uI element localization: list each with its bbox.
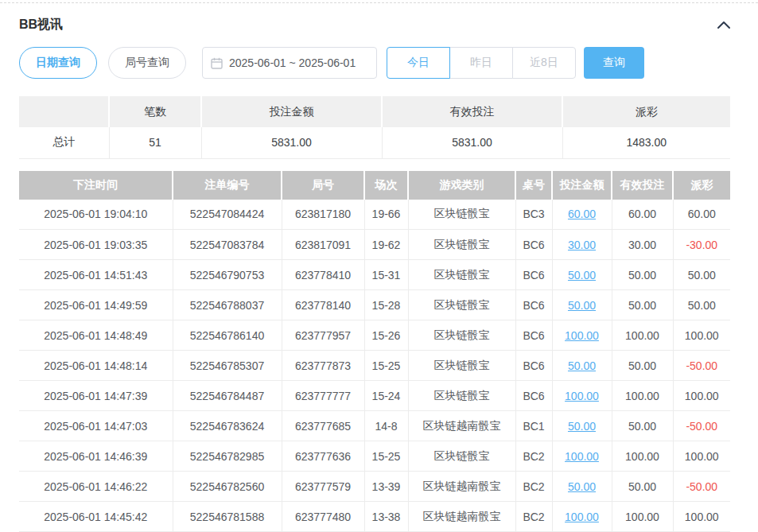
- query-button[interactable]: 查询: [584, 47, 644, 79]
- order-id-cell: 522546788037: [173, 290, 282, 320]
- order-id-cell: 522546782560: [173, 472, 282, 502]
- col-header-bet-amount: 投注金额: [552, 171, 612, 200]
- payout-cell: 100.00: [673, 441, 730, 472]
- table-id-cell: BC6: [515, 260, 552, 290]
- valid-bet-cell: 100.00: [612, 441, 673, 472]
- quick-range-yesterday[interactable]: 昨日: [449, 47, 513, 79]
- game-type-cell: 区块链骰宝: [408, 260, 515, 290]
- valid-bet-cell: 30.00: [612, 230, 673, 260]
- table-row: 2025-06-01 19:04:10522547084424623817180…: [19, 200, 730, 230]
- summary-total-bet-amount: 5831.00: [201, 127, 382, 158]
- col-header-payout: 派彩: [673, 171, 730, 200]
- bet-amount-cell: 50.00: [552, 411, 612, 441]
- session-cell: 19-62: [364, 230, 408, 260]
- summary-total-label: 总计: [19, 127, 109, 158]
- valid-bet-cell: 100.00: [612, 381, 673, 411]
- summary-header-bet-amount: 投注金额: [201, 96, 382, 127]
- bet-time-cell: 2025-06-01 14:47:39: [19, 381, 173, 411]
- bet-amount-link[interactable]: 50.00: [568, 359, 596, 372]
- bet-amount-cell: 60.00: [552, 200, 612, 230]
- bet-amount-link[interactable]: 60.00: [568, 208, 596, 220]
- bet-table-header-row: 下注时间 注单编号 局号 场次 游戏类别 桌号 投注金额 有效投注 派彩: [19, 171, 730, 200]
- col-header-game-type: 游戏类别: [408, 171, 515, 200]
- order-id-cell: 522547084424: [173, 200, 282, 230]
- bet-amount-cell: 100.00: [552, 381, 612, 411]
- valid-bet-cell: 100.00: [612, 502, 673, 532]
- game-type-cell: 区块链骰宝: [408, 351, 515, 381]
- payout-cell: 100.00: [673, 320, 730, 351]
- order-id-cell: 522546785307: [173, 351, 282, 381]
- session-cell: 13-39: [364, 472, 408, 502]
- order-id-cell: 522547083784: [173, 230, 282, 260]
- table-row: 2025-06-01 14:51:43522546790753623778410…: [19, 260, 730, 290]
- table-row: 2025-06-01 14:49:59522546788037623778140…: [19, 290, 730, 320]
- table-id-cell: BC3: [515, 200, 552, 230]
- bet-amount-link[interactable]: 100.00: [565, 450, 599, 463]
- summary-header-row: 笔数 投注金额 有效投注 派彩: [19, 96, 730, 127]
- round-id-cell: 623777685: [282, 411, 364, 441]
- game-type-cell: 区块链骰宝: [408, 230, 515, 260]
- summary-total-payout: 1483.00: [562, 127, 730, 158]
- calendar-icon: [211, 57, 223, 69]
- summary-total-valid-bet: 5831.00: [382, 127, 562, 158]
- top-dashed-divider: [0, 2, 758, 3]
- bet-time-cell: 2025-06-01 14:48:49: [19, 320, 173, 351]
- collapse-panel-button[interactable]: [715, 18, 733, 31]
- bet-amount-link[interactable]: 100.00: [565, 329, 599, 342]
- panel-header: BB视讯: [19, 16, 739, 33]
- date-range-picker[interactable]: [202, 47, 377, 79]
- bet-amount-cell: 50.00: [552, 351, 612, 381]
- table-row: 2025-06-01 19:03:35522547083784623817091…: [19, 230, 730, 260]
- session-cell: 19-66: [364, 200, 408, 230]
- table-id-cell: BC6: [515, 230, 552, 260]
- round-id-cell: 623778410: [282, 260, 364, 290]
- order-id-cell: 522546784487: [173, 381, 282, 411]
- panel-title: BB视讯: [19, 17, 63, 33]
- round-id-cell: 623777636: [282, 441, 364, 472]
- quick-range-last8[interactable]: 近8日: [512, 47, 576, 79]
- summary-total-count: 51: [109, 127, 201, 158]
- bet-time-cell: 2025-06-01 14:46:39: [19, 441, 173, 472]
- bet-amount-link[interactable]: 100.00: [565, 390, 599, 402]
- bet-time-cell: 2025-06-01 14:47:03: [19, 411, 173, 441]
- table-row: 2025-06-01 14:48:14522546785307623777873…: [19, 351, 730, 381]
- table-id-cell: BC6: [515, 320, 552, 351]
- payout-cell: -50.00: [673, 351, 730, 381]
- bet-amount-link[interactable]: 50.00: [568, 269, 596, 282]
- table-id-cell: BC2: [515, 441, 552, 472]
- order-id-cell: 522546783624: [173, 411, 282, 441]
- date-range-input[interactable]: [229, 56, 368, 69]
- bet-time-cell: 2025-06-01 19:03:35: [19, 230, 173, 260]
- session-cell: 15-25: [364, 351, 408, 381]
- game-type-cell: 区块链越南骰宝: [408, 472, 515, 502]
- round-id-cell: 623777957: [282, 320, 364, 351]
- table-id-cell: BC2: [515, 472, 552, 502]
- round-id-cell: 623817091: [282, 230, 364, 260]
- col-header-valid-bet: 有效投注: [612, 171, 673, 200]
- bet-amount-link[interactable]: 50.00: [568, 480, 596, 493]
- game-type-cell: 区块链骰宝: [408, 381, 515, 411]
- game-type-cell: 区块链骰宝: [408, 320, 515, 351]
- quick-range-today[interactable]: 今日: [387, 47, 450, 79]
- bet-amount-link[interactable]: 100.00: [565, 511, 599, 523]
- bet-amount-cell: 50.00: [552, 290, 612, 320]
- payout-cell: 50.00: [673, 290, 730, 320]
- summary-table: 笔数 投注金额 有效投注 派彩 总计 51 5831.00 5831.00 14…: [19, 96, 730, 159]
- valid-bet-cell: 50.00: [612, 260, 673, 290]
- bet-amount-link[interactable]: 50.00: [568, 420, 596, 433]
- quick-range-segment: 今日 昨日 近8日: [387, 47, 576, 79]
- bet-table-body: 2025-06-01 19:04:10522547084424623817180…: [19, 200, 730, 532]
- bet-amount-link[interactable]: 30.00: [568, 239, 596, 251]
- summary-total-row: 总计 51 5831.00 5831.00 1483.00: [19, 127, 730, 158]
- round-query-tab[interactable]: 局号查询: [108, 47, 186, 79]
- game-type-cell: 区块链骰宝: [408, 441, 515, 472]
- col-header-session: 场次: [364, 171, 408, 200]
- game-type-cell: 区块链骰宝: [408, 200, 515, 230]
- bet-amount-link[interactable]: 50.00: [568, 299, 596, 312]
- payout-cell: 100.00: [673, 381, 730, 411]
- valid-bet-cell: 100.00: [612, 320, 673, 351]
- bet-time-cell: 2025-06-01 14:51:43: [19, 260, 173, 290]
- date-query-tab[interactable]: 日期查询: [19, 47, 97, 79]
- round-id-cell: 623817180: [282, 200, 364, 230]
- bet-amount-cell: 100.00: [552, 502, 612, 532]
